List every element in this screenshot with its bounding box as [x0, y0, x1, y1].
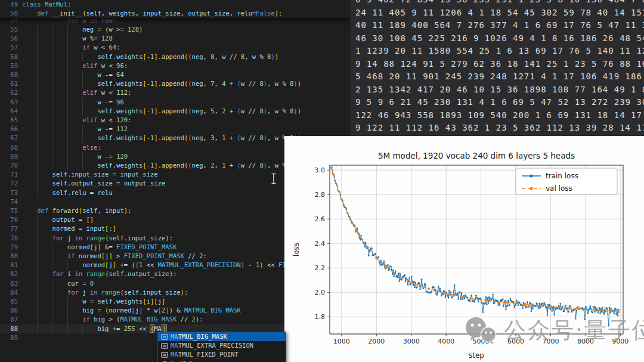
code-text: normed = input[:]: [22, 224, 116, 233]
line-number[interactable]: 63: [0, 98, 18, 107]
autocomplete-item-MATMUL_BIG_MASK[interactable]: MATMUL_BIG_MASK: [158, 332, 286, 341]
line-number[interactable]: 67: [0, 134, 18, 143]
autocomplete-item-MATMUL_EXTRA_PRECISION[interactable]: MATMUL_EXTRA_PRECISION: [158, 341, 286, 350]
line-number[interactable]: 79: [0, 243, 18, 252]
y-axis-label: loss: [292, 243, 301, 256]
constant-icon: [160, 343, 169, 349]
svg-text:8000: 8000: [577, 338, 594, 345]
code-text: normed[j] &= FIXED_POINT_MASK: [22, 243, 177, 252]
numbers-row: 9 14 88 124 91 5 279 62 36 18 141 25 1 2…: [355, 58, 644, 71]
numbers-output-panel[interactable]: 0 9 402 72 854 15 56 255 291 1 25 5 8 16…: [351, 0, 644, 137]
code-text: if normed[j] > FIXED_POINT_MASK // 2:: [22, 252, 207, 261]
svg-text:2000: 2000: [368, 338, 385, 345]
autocomplete-popup[interactable]: MATMUL_BIG_MASKMATMUL_EXTRA_PRECISIONMAT…: [157, 332, 286, 362]
svg-text:1.8: 1.8: [315, 313, 326, 321]
autocomplete-label: MatMul: [171, 360, 193, 362]
line-number[interactable]: 81: [0, 261, 18, 270]
line-number[interactable]: 60: [0, 70, 18, 79]
code-text: self.output_size = output_size: [22, 179, 165, 188]
code-text: w -= 112: [22, 125, 128, 134]
code-text: for j in range(self.input_size):: [22, 234, 173, 243]
autocomplete-item-MatMul[interactable]: MatMul: [158, 360, 286, 362]
line-number[interactable]: 85: [0, 297, 18, 306]
line-number[interactable]: 77: [0, 224, 18, 233]
code-text: big = (normed[j] * w[2]) & MATMUL_BIG_MA…: [22, 306, 241, 315]
numbers-row: 5 468 20 11 901 245 239 248 1271 4 1 17 …: [355, 70, 644, 83]
autocomplete-item-MATMUL_FIXED_POINT[interactable]: MATMUL_FIXED_POINT: [158, 350, 286, 359]
code-text: for j in range(self.input_size):: [22, 288, 188, 297]
line-number[interactable]: 72: [0, 179, 18, 188]
svg-text:2.6: 2.6: [315, 215, 326, 223]
code-text: self.weights[-1].append((neg, 2, 1 + (w …: [22, 161, 301, 170]
line-number[interactable]: 55: [0, 25, 18, 34]
code-text: w -= 96: [22, 98, 124, 107]
line-number[interactable]: 68: [0, 143, 18, 152]
numbers-row: 9 122 11 112 16 43 362 1 23 5 362 112 13…: [355, 122, 644, 135]
svg-text:5000: 5000: [473, 338, 490, 345]
code-text: class MatMul:: [22, 0, 71, 9]
constant-icon: [160, 334, 169, 340]
line-number[interactable]: 57: [0, 43, 18, 52]
code-text: neg = (w >= 128): [22, 25, 143, 34]
line-number[interactable]: 58: [0, 52, 18, 61]
svg-text:1000: 1000: [333, 338, 350, 345]
line-number[interactable]: 73: [0, 188, 18, 197]
line-number[interactable]: 76: [0, 215, 18, 224]
numbers-row: 2 135 1342 417 20 46 10 15 36 1898 108 7…: [355, 83, 644, 97]
numbers-row: 0 9 402 72 854 15 56 255 291 1 25 5 8 16…: [355, 0, 644, 7]
screen: 54 for w in row:55 neg = (w >= 128)56 w …: [0, 0, 644, 362]
line-number[interactable]: 83: [0, 279, 18, 288]
line-number[interactable]: 86: [0, 306, 18, 315]
code-text: if big > (MATMUL_BIG_MASK // 2):: [22, 315, 203, 324]
legend: train lossval loss: [516, 168, 617, 194]
code-text: self.weights[-1].append((neg, 7, 4 + (w …: [22, 79, 301, 88]
code-text: elif w < 112:: [22, 88, 131, 97]
svg-text:4000: 4000: [438, 338, 454, 345]
code-text: self.relu = relu: [22, 188, 113, 197]
line-number[interactable]: 61: [0, 79, 18, 88]
line-number[interactable]: 88: [0, 324, 18, 333]
line-number[interactable]: 50: [0, 9, 18, 18]
line-number[interactable]: 71: [0, 170, 18, 179]
svg-text:2.0: 2.0: [315, 289, 326, 296]
numbers-row: 9 5 9 6 21 45 230 131 4 1 6 69 5 47 52 1…: [355, 96, 644, 109]
code-text: def forward(self, input):: [22, 206, 131, 215]
line-number[interactable]: 78: [0, 234, 18, 243]
loss-chart: 1000200030004000500060007000800090001.82…: [284, 136, 644, 362]
code-text: w -= 120: [22, 152, 128, 161]
line-number[interactable]: 62: [0, 88, 18, 97]
code-text: self.weights[-1].append((neg, 5, 2 + (w …: [22, 107, 301, 116]
svg-text:2.8: 2.8: [315, 191, 326, 199]
code-text: else:: [22, 143, 101, 152]
svg-text:2.4: 2.4: [315, 240, 326, 247]
svg-text:9000: 9000: [612, 338, 628, 345]
svg-text:3000: 3000: [403, 338, 420, 345]
numbers-row: 46 30 108 45 225 216 9 1026 49 4 1 8 16 …: [355, 32, 644, 45]
line-number[interactable]: 56: [0, 34, 18, 43]
line-number[interactable]: 75: [0, 206, 18, 215]
svg-text:train loss: train loss: [546, 172, 578, 180]
x-axis-label: step: [469, 351, 484, 360]
numbers-row: 1 1239 20 11 1580 554 25 1 6 13 69 17 76…: [355, 45, 644, 58]
line-number[interactable]: 65: [0, 116, 18, 125]
autocomplete-label: MATMUL_BIG_MASK: [171, 332, 227, 341]
svg-text:val loss: val loss: [546, 184, 572, 193]
code-text: w -= 64: [22, 70, 124, 79]
line-number[interactable]: 74: [0, 197, 18, 206]
line-number[interactable]: 80: [0, 252, 18, 261]
line-number[interactable]: 70: [0, 161, 18, 170]
code-text: big += 255 << (MA): [22, 324, 166, 333]
line-number[interactable]: 66: [0, 125, 18, 134]
code-text: self.weights[-1].append((neg, 3, 1 + (w …: [22, 134, 301, 143]
line-number[interactable]: 89: [0, 333, 18, 342]
svg-text:2.2: 2.2: [315, 264, 326, 272]
line-number[interactable]: 82: [0, 270, 18, 279]
line-number[interactable]: 87: [0, 315, 18, 324]
line-number[interactable]: 59: [0, 61, 18, 70]
line-number[interactable]: 84: [0, 288, 18, 297]
line-number[interactable]: 49: [0, 0, 18, 9]
numbers-row: 24 11 405 9 11 1206 4 1 18 54 45 302 59 …: [355, 7, 644, 20]
line-number[interactable]: 69: [0, 152, 18, 161]
sticky-scroll-header[interactable]: 49class MatMul:50 def __init__(self, wei…: [0, 0, 351, 18]
line-number[interactable]: 64: [0, 107, 18, 116]
